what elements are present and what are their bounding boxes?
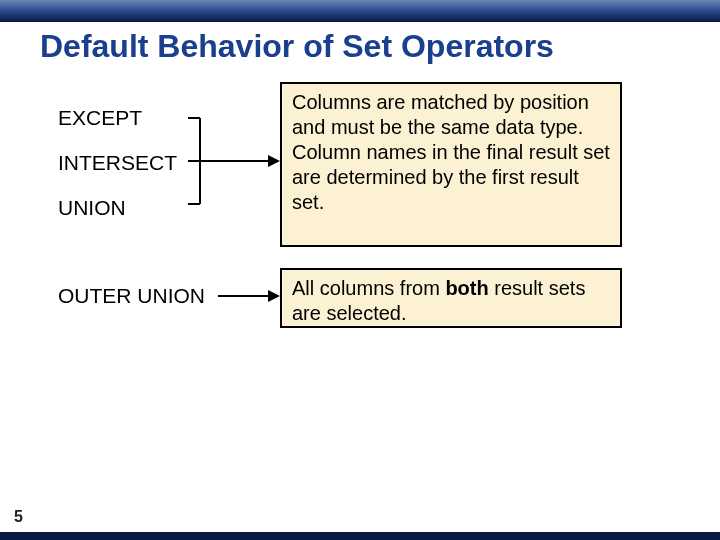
operator-intersect: INTERSECT <box>58 151 177 174</box>
box2-bold: both <box>445 277 488 299</box>
operator-list: EXCEPT INTERSECT UNION <box>58 106 177 241</box>
box1-line2: Column names in the final result set are… <box>292 141 610 213</box>
svg-marker-5 <box>268 155 280 167</box>
box1-line1: Columns are matched by position and must… <box>292 91 589 138</box>
description-box-2: All columns from both result sets are se… <box>280 268 622 328</box>
description-box-1: Columns are matched by position and must… <box>280 82 622 247</box>
box2-mid1: columns from <box>314 277 445 299</box>
header-bar <box>0 0 720 22</box>
page-number: 5 <box>14 508 23 526</box>
operator-union: UNION <box>58 196 177 219</box>
page-title: Default Behavior of Set Operators <box>40 28 554 65</box>
footer-bar <box>0 532 720 540</box>
operator-outer-union: OUTER UNION <box>58 284 205 308</box>
box2-prefix: All <box>292 277 314 299</box>
operator-except: EXCEPT <box>58 106 177 129</box>
svg-marker-7 <box>268 290 280 302</box>
